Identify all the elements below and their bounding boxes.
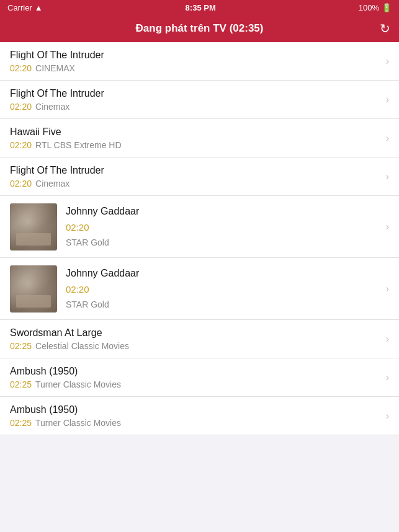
chevron-right-icon: › [386,133,389,144]
list-item[interactable]: Johnny Gaddaar 02:20 STAR Gold › [0,196,399,258]
row-meta: 02:20 RTL CBS Extreme HD [10,140,381,150]
row-channel: STAR Gold [66,299,381,309]
row-channel: Celestial Classic Movies [35,341,129,351]
list-item[interactable]: Flight Of The Intruder 02:20 Cinemax › [0,157,399,196]
list-item[interactable]: Flight Of The Intruder 02:20 Cinemax › [0,81,399,119]
row-meta: 02:20 Cinemax [10,102,381,112]
content-list: Flight Of The Intruder 02:20 CINEMAX › F… [0,42,399,435]
movie-thumbnail [10,203,57,250]
row-channel: Turner Classic Movies [35,379,121,389]
row-content: Ambush (1950) 02:25 Turner Classic Movie… [10,404,381,428]
movie-thumbnail [10,265,57,313]
row-channel: Cinemax [35,102,69,112]
row-title: Swordsman At Large [10,327,381,339]
nav-title: Đang phát trên TV (02:35) [136,22,264,35]
list-item[interactable]: Ambush (1950) 02:25 Turner Classic Movie… [0,358,399,397]
row-content: Flight Of The Intruder 02:20 Cinemax [10,88,381,112]
row-time: 02:20 [10,179,32,188]
nav-bar: Đang phát trên TV (02:35) ↻ [0,15,399,42]
row-title: Flight Of The Intruder [10,165,381,176]
thumb-row-inner: Johnny Gaddaar 02:20 STAR Gold [10,265,381,313]
row-content: Hawaii Five 02:20 RTL CBS Extreme HD [10,126,381,150]
row-channel: Cinemax [35,179,69,188]
row-time: 02:25 [10,379,32,389]
status-battery: 100% 🔋 [359,3,392,12]
chevron-right-icon: › [386,221,389,233]
row-time: 02:20 [66,284,381,295]
list-item[interactable]: Flight Of The Intruder 02:20 CINEMAX › [0,42,399,81]
row-meta: 02:20 CINEMAX [10,63,381,73]
row-time: 02:20 [66,222,381,233]
row-time: 02:20 [10,140,32,150]
row-title: Hawaii Five [10,126,381,138]
row-meta: 02:25 Turner Classic Movies [10,379,381,389]
row-time: 02:25 [10,341,32,351]
list-item[interactable]: Swordsman At Large 02:25 Celestial Class… [0,320,399,358]
row-content: Swordsman At Large 02:25 Celestial Class… [10,327,381,351]
row-title: Flight Of The Intruder [10,88,381,99]
chevron-right-icon: › [386,56,389,67]
wifi-icon: ▲ [35,3,43,12]
refresh-button[interactable]: ↻ [380,21,390,36]
row-meta: 02:25 Celestial Classic Movies [10,341,381,351]
row-time: 02:20 [10,102,32,112]
row-title: Flight Of The Intruder [10,50,381,61]
row-meta: 02:25 Turner Classic Movies [10,418,381,428]
row-channel: CINEMAX [35,63,75,73]
battery-icon: 🔋 [382,3,392,12]
row-content: Flight Of The Intruder 02:20 Cinemax [10,165,381,188]
list-item[interactable]: Johnny Gaddaar 02:20 STAR Gold › [0,258,399,320]
chevron-right-icon: › [386,283,389,295]
row-channel: RTL CBS Extreme HD [35,140,121,150]
status-carrier: Carrier ▲ [7,3,43,12]
status-time: 8:35 PM [186,3,216,12]
row-content: Ambush (1950) 02:25 Turner Classic Movie… [10,366,381,389]
chevron-right-icon: › [386,334,389,345]
row-time: 02:25 [10,418,32,428]
chevron-right-icon: › [386,410,389,422]
row-channel: Turner Classic Movies [35,418,121,428]
row-channel: STAR Gold [66,237,381,247]
status-bar: Carrier ▲ 8:35 PM 100% 🔋 [0,0,399,15]
row-meta: 02:20 Cinemax [10,179,381,188]
row-time: 02:20 [10,63,32,73]
list-item[interactable]: Hawaii Five 02:20 RTL CBS Extreme HD › [0,119,399,157]
chevron-right-icon: › [386,372,389,383]
row-title: Johnny Gaddaar [66,206,381,217]
list-item[interactable]: Ambush (1950) 02:25 Turner Classic Movie… [0,397,399,435]
row-title: Johnny Gaddaar [66,268,381,279]
chevron-right-icon: › [386,171,389,182]
chevron-right-icon: › [386,94,389,105]
thumb-row-inner: Johnny Gaddaar 02:20 STAR Gold [10,203,381,250]
thumb-row-text: Johnny Gaddaar 02:20 STAR Gold [66,206,381,247]
row-title: Ambush (1950) [10,404,381,415]
row-title: Ambush (1950) [10,366,381,377]
thumb-row-text: Johnny Gaddaar 02:20 STAR Gold [66,268,381,309]
row-content: Flight Of The Intruder 02:20 CINEMAX [10,50,381,73]
